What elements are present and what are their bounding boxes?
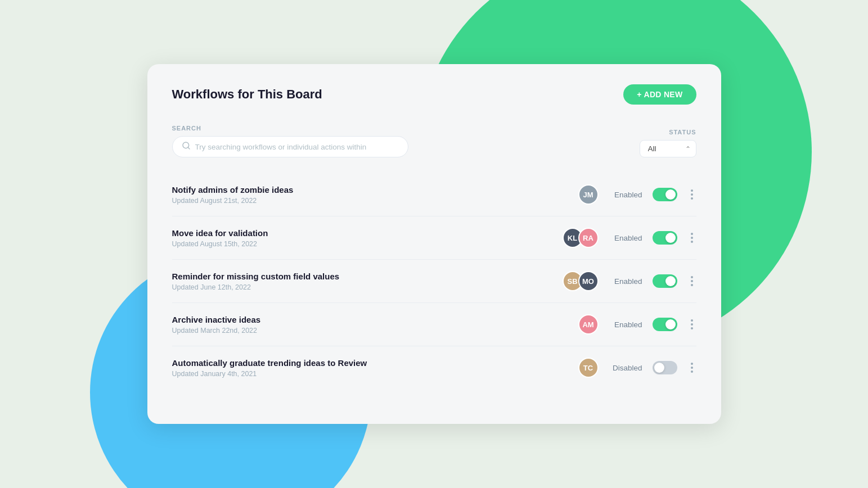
toggle-thumb [665,276,676,286]
workflow-avatars: TC [578,358,599,378]
workflow-avatars: AM [578,314,599,335]
workflow-updated: Updated June 12th, 2022 [172,283,563,291]
main-card: Workflows for This Board + ADD NEW SEARC… [147,64,721,424]
workflow-item: Move idea for validationUpdated August 1… [172,216,696,260]
workflow-info: Automatically graduate trending ideas to… [172,358,578,378]
workflow-toggle[interactable] [653,318,677,331]
workflow-avatars: SBMO [563,271,599,291]
workflow-name: Notify admins of zombie ideas [172,185,578,195]
toggle-thumb [665,189,676,200]
workflow-info: Reminder for missing custom field values… [172,272,563,291]
more-options-button[interactable] [687,360,696,375]
workflow-right: TCDisabled [578,358,696,378]
toggle-thumb [665,233,676,243]
toggle-track [653,274,677,288]
workflow-updated: Updated August 21st, 2022 [172,197,578,205]
search-input-wrap [172,136,408,157]
workflow-right: AMEnabled [578,314,696,335]
workflow-toggle[interactable] [653,274,677,288]
page-title: Workflows for This Board [172,87,322,102]
workflow-avatars: KLRA [563,228,599,248]
toggle-track [653,318,677,331]
avatar: RA [578,228,599,248]
workflow-name: Automatically graduate trending ideas to… [172,358,578,368]
workflow-status-label: Enabled [609,191,642,199]
workflow-right: KLRAEnabled [563,228,696,248]
workflow-name: Archive inactive ideas [172,315,578,324]
workflow-item: Reminder for missing custom field values… [172,260,696,303]
workflow-right: SBMOEnabled [563,271,696,291]
status-select-wrap: All Enabled Disabled ⌃ [640,140,696,157]
filter-row: SEARCH STATUS All Enabled Disabled ⌃ [172,125,696,157]
svg-line-1 [188,147,190,149]
search-section: SEARCH [172,125,408,157]
more-options-button[interactable] [687,231,696,245]
avatar: AM [578,314,599,335]
workflow-status-label: Disabled [609,364,642,372]
workflow-updated: Updated August 15th, 2022 [172,240,563,248]
workflow-status-label: Enabled [609,277,642,286]
workflow-toggle[interactable] [653,231,677,245]
status-section: STATUS All Enabled Disabled ⌃ [640,129,696,157]
toggle-thumb [665,319,676,329]
workflow-avatars: JM [578,184,599,205]
workflow-status-label: Enabled [609,320,642,329]
search-label: SEARCH [172,125,408,132]
workflow-updated: Updated January 4th, 2021 [172,370,578,378]
toggle-track [653,361,677,374]
search-input[interactable] [195,143,399,151]
workflow-item: Archive inactive ideasUpdated March 22nd… [172,303,696,346]
status-select[interactable]: All Enabled Disabled [640,140,696,157]
workflow-info: Archive inactive ideasUpdated March 22nd… [172,315,578,335]
toggle-track [653,188,677,201]
workflow-info: Notify admins of zombie ideasUpdated Aug… [172,185,578,205]
workflow-status-label: Enabled [609,234,642,242]
workflow-item: Notify admins of zombie ideasUpdated Aug… [172,173,696,216]
more-options-button[interactable] [687,274,696,288]
card-header: Workflows for This Board + ADD NEW [172,84,696,105]
workflow-toggle[interactable] [653,188,677,201]
workflow-info: Move idea for validationUpdated August 1… [172,228,563,248]
workflow-toggle[interactable] [653,361,677,374]
more-options-button[interactable] [687,317,696,332]
add-new-button[interactable]: + ADD NEW [623,84,696,105]
status-label: STATUS [669,129,696,135]
workflow-right: JMEnabled [578,184,696,205]
avatar: MO [578,271,599,291]
avatar: JM [578,184,599,205]
workflow-name: Reminder for missing custom field values [172,272,563,281]
search-icon [182,141,191,152]
toggle-thumb [654,363,664,373]
workflow-updated: Updated March 22nd, 2022 [172,327,578,335]
more-options-button[interactable] [687,187,696,202]
workflow-item: Automatically graduate trending ideas to… [172,346,696,389]
workflow-name: Move idea for validation [172,228,563,238]
avatar: TC [578,358,599,378]
workflow-list: Notify admins of zombie ideasUpdated Aug… [172,173,696,389]
toggle-track [653,231,677,245]
